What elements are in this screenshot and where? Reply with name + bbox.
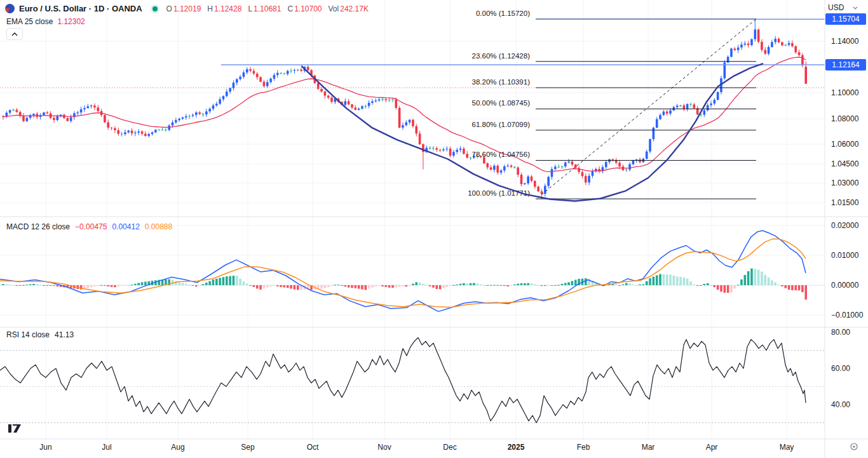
- price-axis-label: 1.08000: [831, 114, 858, 123]
- macd-signal-value: 0.00888: [145, 222, 172, 231]
- macd-axis-label: 0.01000: [831, 251, 858, 260]
- time-axis-label: Mar: [635, 443, 661, 452]
- high-label: H: [207, 4, 213, 13]
- tradingview-chart-window: 0.00% (1.15720)23.60% (1.12428)38.20% (1…: [0, 0, 868, 458]
- collapse-legend-button[interactable]: [6, 28, 23, 40]
- rsi-axis-label: 60.00: [831, 364, 850, 373]
- axis-settings-icon[interactable]: [850, 442, 858, 454]
- volume-label: Vol: [329, 4, 339, 13]
- low-value: 1.10681: [254, 4, 281, 13]
- time-axis-label: Jun: [33, 443, 58, 452]
- rsi-axis-label: 40.00: [831, 400, 850, 409]
- close-label: C: [287, 4, 293, 13]
- macd-axis-label: 0.02000: [831, 221, 858, 230]
- price-badge-high: 1.15704: [825, 13, 866, 25]
- time-axis-label: Dec: [437, 443, 463, 452]
- open-label: O: [166, 4, 172, 13]
- macd-legend-label: MACD 12 26 close: [6, 222, 70, 231]
- price-axis-label: 1.06000: [831, 140, 858, 149]
- time-axis-label: Jul: [94, 443, 119, 452]
- market-status-icon: [153, 6, 158, 11]
- time-axis-label: Apr: [699, 443, 724, 452]
- ema-legend[interactable]: EMA 25 close 1.12302: [6, 17, 85, 26]
- close-value: 1.10700: [294, 4, 322, 13]
- time-axis-label: Aug: [165, 443, 191, 452]
- macd-line-value: 0.00412: [112, 222, 139, 231]
- price-axis-label: 1.01500: [831, 198, 858, 207]
- time-axis-label: Nov: [372, 443, 397, 452]
- macd-axis-label: −0.01000: [831, 311, 863, 320]
- time-axis-label: Feb: [571, 443, 596, 452]
- rsi-legend-label: RSI 14 close: [6, 330, 50, 339]
- fib-level-label: 23.60% (1.12428): [472, 52, 531, 60]
- fib-level-label: 78.60% (1.04756): [472, 151, 531, 158]
- price-badge-line: 1.12164: [825, 59, 866, 71]
- time-axis-label: Sep: [235, 443, 261, 452]
- chevron-down-icon: [853, 6, 858, 10]
- tradingview-logo[interactable]: [8, 424, 22, 436]
- price-axis-label: 1.03000: [831, 178, 858, 187]
- ohlc-values: O 1.12019 H 1.12428 L 1.10681 C 1.10700 …: [166, 4, 369, 13]
- open-value: 1.12019: [173, 4, 201, 13]
- rsi-axis-label: 80.00: [831, 328, 850, 337]
- chevron-up-icon: [11, 32, 18, 36]
- rsi-value: 41.13: [55, 330, 74, 339]
- time-axis-label: 2025: [503, 443, 529, 452]
- price-axis-label: 1.04500: [831, 159, 858, 168]
- ema-legend-value: 1.12302: [57, 17, 85, 26]
- currency-selector[interactable]: USD: [828, 3, 858, 12]
- macd-legend[interactable]: MACD 12 26 close −0.00475 0.00412 0.0088…: [6, 222, 172, 231]
- symbol-title[interactable]: Euro / U.S. Dollar · 1D · OANDA: [19, 4, 142, 13]
- fib-level-label: 38.20% (1.10391): [472, 78, 531, 86]
- macd-hist-value: −0.00475: [75, 222, 107, 231]
- fib-level-label: 50.00% (1.08745): [472, 99, 531, 107]
- high-value: 1.12428: [214, 4, 241, 13]
- instrument-icon: [5, 4, 15, 13]
- time-axis-label: May: [774, 443, 799, 452]
- ema-legend-label: EMA 25 close: [6, 17, 53, 26]
- rsi-legend[interactable]: RSI 14 close 41.13: [6, 330, 74, 339]
- fib-level-label: 61.80% (1.07099): [472, 121, 531, 128]
- macd-axis-label: 0.00000: [831, 281, 858, 290]
- volume-value: 242.17K: [340, 4, 369, 13]
- time-axis-label: Oct: [300, 443, 325, 452]
- price-axis-label: 1.14000: [831, 37, 858, 46]
- currency-label: USD: [828, 3, 844, 12]
- symbol-header[interactable]: Euro / U.S. Dollar · 1D · OANDA O 1.1201…: [5, 4, 369, 13]
- tradingview-logo-icon: [8, 424, 22, 433]
- low-label: L: [248, 4, 252, 13]
- fib-level-label: 0.00% (1.15720): [476, 10, 530, 17]
- price-axis-label: 1.10000: [831, 88, 858, 97]
- gear-icon: [850, 442, 858, 451]
